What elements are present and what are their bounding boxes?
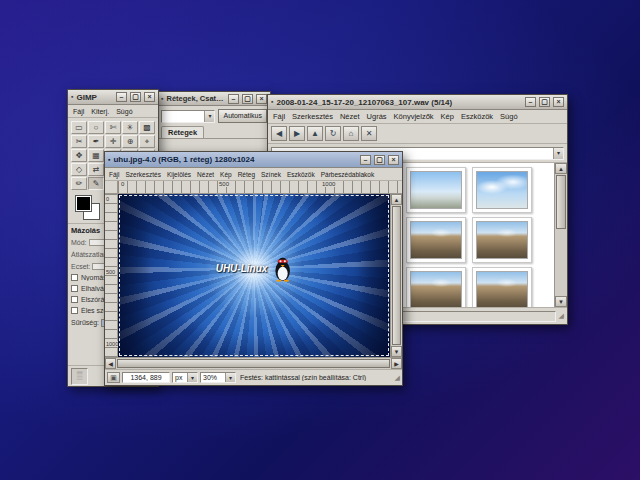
menu-go[interactable]: Ugrás — [366, 112, 388, 121]
horizontal-scrollbar[interactable]: ◀ ▶ — [105, 357, 402, 369]
checkbox-box[interactable] — [71, 307, 78, 314]
minimize-button[interactable]: – — [228, 94, 239, 104]
image-select-combo[interactable]: ▾ — [161, 110, 215, 123]
rate-label: Sűrűség: — [71, 319, 99, 326]
checkbox-box[interactable] — [71, 285, 78, 292]
close-button[interactable]: × — [144, 92, 155, 102]
minimize-button[interactable]: – — [525, 97, 536, 107]
unit-value: px — [173, 374, 187, 381]
scroll-right-icon[interactable]: ▶ — [391, 358, 402, 369]
layers-titlebar[interactable]: ▪ Rétegek, Csatornák, Útvonalak – ▢ × — [158, 92, 270, 106]
tool-measure[interactable]: ⌖ — [139, 135, 155, 148]
vertical-scrollbar[interactable]: ▲ ▼ — [554, 163, 567, 307]
thumbnail[interactable] — [406, 267, 466, 307]
thumbnail[interactable] — [472, 217, 532, 263]
close-button[interactable]: × — [553, 97, 564, 107]
minimize-button[interactable]: – — [116, 92, 127, 102]
tool-select-by-color[interactable]: ▩ — [139, 121, 155, 134]
menu-tools[interactable]: Eszközök — [286, 171, 316, 178]
image-dock-icon[interactable]: ▒ — [71, 368, 88, 385]
auto-button[interactable]: Automatikus — [218, 109, 267, 123]
back-icon[interactable]: ◀ — [271, 126, 287, 141]
menu-view[interactable]: Nézet — [196, 171, 215, 178]
tool-ellipse-select[interactable]: ○ — [88, 121, 104, 134]
tool-perspective[interactable]: ◇ — [71, 163, 87, 176]
foreground-color-swatch[interactable] — [76, 196, 91, 211]
minimize-button[interactable]: – — [360, 155, 371, 165]
menu-image[interactable]: Kép — [440, 112, 455, 121]
menu-edit[interactable]: Szerkesztés — [124, 171, 161, 178]
tool-magnify[interactable]: ⊕ — [122, 135, 138, 148]
tool-flip[interactable]: ⇄ — [88, 163, 104, 176]
image-title: uhu.jpg-4.0 (RGB, 1 réteg) 1280x1024 — [113, 155, 357, 164]
tool-crop[interactable]: ▦ — [88, 149, 104, 162]
menu-edit[interactable]: Szerkesztés — [291, 112, 334, 121]
scrollbar-thumb[interactable] — [392, 206, 401, 345]
quickmask-toggle-icon[interactable]: ▣ — [107, 372, 120, 383]
maximize-button[interactable]: ▢ — [539, 97, 550, 107]
tool-paths[interactable]: ✒ — [88, 135, 104, 148]
tool-color-picker[interactable]: ✛ — [105, 135, 121, 148]
menu-file[interactable]: Fájl — [272, 112, 286, 121]
image-canvas[interactable]: UHU-Linux — [118, 194, 390, 357]
menu-image[interactable]: Kép — [219, 171, 233, 178]
ruler-tick-label: 1000 — [321, 181, 336, 187]
refresh-icon[interactable]: ↻ — [325, 126, 341, 141]
tool-scissors-select[interactable]: ✂ — [71, 135, 87, 148]
maximize-button[interactable]: ▢ — [242, 94, 253, 104]
scrollbar-track[interactable] — [555, 230, 567, 296]
chevron-down-icon: ▾ — [225, 373, 235, 382]
image-titlebar[interactable]: ▪ uhu.jpg-4.0 (RGB, 1 réteg) 1280x1024 –… — [105, 152, 402, 168]
scroll-down-icon[interactable]: ▼ — [555, 296, 567, 307]
zoom-combo[interactable]: 30% ▾ — [200, 372, 236, 383]
thumbnail[interactable] — [406, 167, 466, 213]
tool-move[interactable]: ✥ — [71, 149, 87, 162]
maximize-button[interactable]: ▢ — [374, 155, 385, 165]
menu-bookmarks[interactable]: Könyvjelzők — [393, 112, 435, 121]
toolbox-titlebar[interactable]: ▪ GIMP – ▢ × — [68, 90, 158, 105]
close-button[interactable]: × — [256, 94, 267, 104]
ruler-tick-label: 0 — [120, 181, 125, 187]
resize-grip[interactable]: ◢ — [559, 312, 564, 320]
vertical-scrollbar[interactable]: ▲ ▼ — [390, 194, 402, 357]
scrollbar-thumb[interactable] — [556, 175, 566, 229]
thumbnail[interactable] — [472, 267, 532, 307]
horizontal-ruler: 0 500 1000 — [118, 181, 402, 193]
menu-dialogs[interactable]: Párbeszédablakok — [320, 171, 375, 178]
tool-rect-select[interactable]: ▭ — [71, 121, 87, 134]
resize-grip[interactable]: ◢ — [395, 374, 400, 382]
scroll-down-icon[interactable]: ▼ — [391, 346, 402, 357]
close-button[interactable]: × — [388, 155, 399, 165]
menu-file[interactable]: Fájl — [108, 171, 120, 178]
home-icon[interactable]: ⌂ — [343, 126, 359, 141]
menu-help[interactable]: Súgó — [115, 108, 133, 115]
menu-tools[interactable]: Eszközök — [460, 112, 494, 121]
menu-colors[interactable]: Színek — [260, 171, 282, 178]
menu-extensions[interactable]: Kiterj. — [90, 108, 110, 115]
thumbnail[interactable] — [406, 217, 466, 263]
scroll-up-icon[interactable]: ▲ — [391, 194, 402, 205]
scrollbar-thumb[interactable] — [117, 359, 390, 368]
menu-layer[interactable]: Réteg — [237, 171, 256, 178]
tool-free-select[interactable]: ✄ — [105, 121, 121, 134]
maximize-button[interactable]: ▢ — [130, 92, 141, 102]
tab-layers[interactable]: Rétegek — [161, 126, 204, 138]
checkbox-box[interactable] — [71, 296, 78, 303]
scroll-left-icon[interactable]: ◀ — [105, 358, 116, 369]
tool-fuzzy-select[interactable]: ✳ — [122, 121, 138, 134]
tool-pencil[interactable]: ✏ — [71, 177, 87, 190]
scroll-up-icon[interactable]: ▲ — [555, 163, 567, 174]
tool-paintbrush[interactable]: ✎ — [88, 177, 104, 190]
menu-help[interactable]: Súgó — [499, 112, 519, 121]
thumbnail[interactable] — [472, 167, 532, 213]
menu-select[interactable]: Kijelölés — [166, 171, 192, 178]
browser-titlebar[interactable]: ▪ 2008-01-24_15-17-20_12107063_107.wav (… — [268, 95, 567, 110]
forward-icon[interactable]: ▶ — [289, 126, 305, 141]
menu-view[interactable]: Nézet — [339, 112, 361, 121]
menu-file[interactable]: Fájl — [72, 108, 85, 115]
tool-hint-text: Festés: kattintással (szín beállítása: C… — [238, 374, 393, 381]
checkbox-box[interactable] — [71, 274, 78, 281]
unit-combo[interactable]: px ▾ — [172, 372, 198, 383]
stop-icon[interactable]: ✕ — [361, 126, 377, 141]
up-icon[interactable]: ▲ — [307, 126, 323, 141]
